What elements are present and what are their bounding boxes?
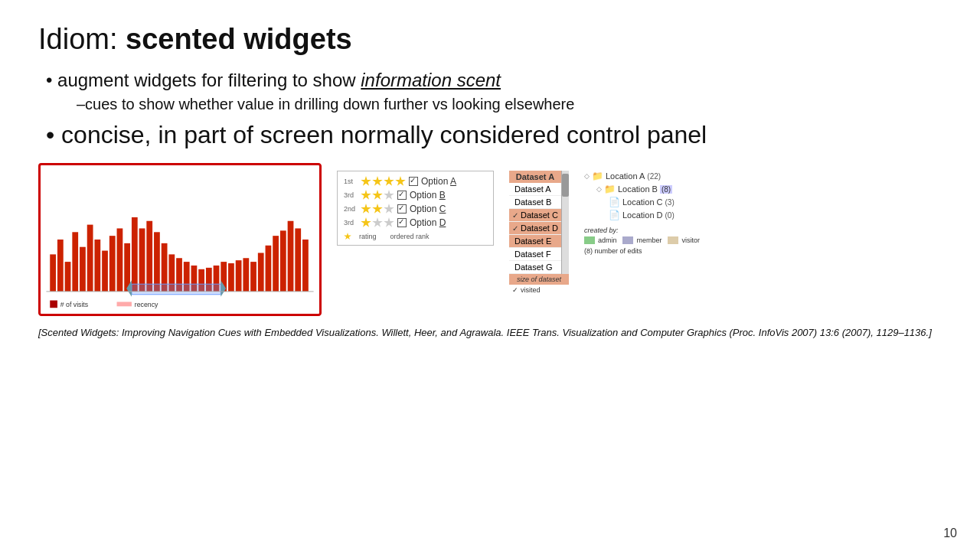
svg-text:recency: recency xyxy=(135,301,158,308)
svg-rect-30 xyxy=(266,246,272,292)
bullet1-italic: information scent xyxy=(361,70,501,90)
svg-rect-14 xyxy=(146,221,152,292)
svg-rect-2 xyxy=(57,240,64,292)
visitor-label: visitor xyxy=(681,236,700,244)
tree-item-location-d: 📄 Location D (0) xyxy=(609,210,753,220)
svg-rect-26 xyxy=(236,260,242,292)
location-d-count: (0) xyxy=(665,211,675,220)
tree-item-location-a: ◇ 📁 Location A (22) xyxy=(584,171,753,181)
star-icon xyxy=(361,204,371,214)
sub-bullet: –cues to show whether value in drilling … xyxy=(77,96,942,113)
svg-rect-4 xyxy=(72,232,78,292)
svg-rect-28 xyxy=(250,262,256,292)
histogram-svg: # of visits recency xyxy=(41,165,319,314)
svg-rect-10 xyxy=(117,228,123,291)
star-icon xyxy=(395,176,406,187)
dataset-item-b: Dataset B xyxy=(509,196,561,209)
star-icon xyxy=(372,190,383,201)
ordered-rank-label: ordered rank xyxy=(390,233,430,240)
star-icon xyxy=(372,176,383,187)
star-icon xyxy=(384,176,394,187)
tree-item-location-c: 📄 Location C (3) xyxy=(609,197,753,207)
svg-rect-36 xyxy=(132,284,220,295)
location-b-label: Location B xyxy=(618,184,658,194)
tree-dot-icon: ◇ xyxy=(584,172,590,180)
file-icon: 📄 xyxy=(609,197,620,207)
legend-row: admin member visitor xyxy=(584,236,753,244)
svg-rect-6 xyxy=(87,225,93,292)
dataset-footer: size of dataset xyxy=(509,274,569,285)
star-dim-icon xyxy=(384,217,394,228)
checkbox-options-widget: 1st Option A 3rd xyxy=(337,171,494,246)
svg-rect-27 xyxy=(243,258,249,292)
location-a-count: (22) xyxy=(647,172,661,181)
star-dim-icon xyxy=(384,204,394,214)
bullet-2: • concise, in part of screen normally co… xyxy=(46,121,942,149)
star-icon xyxy=(361,176,371,187)
dataset-item-f: Dataset F xyxy=(509,248,561,261)
member-color xyxy=(622,236,633,244)
svg-rect-3 xyxy=(65,262,71,292)
tree-item-location-b: ◇ 📁 Location B (8) xyxy=(596,184,753,194)
dataset-item-g: Dataset G xyxy=(509,261,561,274)
checkbox-list: 1st Option A 3rd xyxy=(337,171,494,246)
admin-color xyxy=(584,236,595,244)
rating-label: rating xyxy=(359,233,377,240)
dataset-item-c: ✓Dataset C xyxy=(509,209,561,222)
dataset-item-a: Dataset A xyxy=(509,183,561,196)
checkbox-a[interactable] xyxy=(409,177,418,186)
option-row-a: 1st Option A xyxy=(344,176,487,187)
star-icon xyxy=(372,204,383,214)
bullet1-text-before: augment widgets for filtering to show xyxy=(57,70,361,90)
svg-rect-31 xyxy=(273,236,279,292)
title-prefix: Idiom: xyxy=(38,23,126,55)
checkbox-b[interactable] xyxy=(397,191,407,200)
dataset-widget: Dataset A Dataset A Dataset B ✓Dataset C… xyxy=(509,171,569,295)
page-number: 10 xyxy=(943,527,957,540)
star-dim-icon xyxy=(384,190,394,201)
images-row: # of visits recency 1st Option xyxy=(38,163,942,316)
visitor-color xyxy=(668,236,678,244)
dataset-item-e: Dataset E xyxy=(509,235,561,248)
svg-rect-9 xyxy=(109,236,116,292)
option-row-d: 3rd Option D xyxy=(344,217,487,228)
location-c-label: Location C xyxy=(622,197,663,207)
svg-rect-13 xyxy=(139,228,145,291)
admin-label: admin xyxy=(598,236,617,244)
svg-rect-25 xyxy=(228,263,234,292)
checkmark-icon: ✓ xyxy=(512,286,518,294)
bullet-1: • augment widgets for filtering to show … xyxy=(46,70,942,91)
edits-label: (8) number of edits xyxy=(584,247,753,255)
dataset-list-row: Dataset A Dataset A Dataset B ✓Dataset C… xyxy=(509,171,569,274)
tree-widget: ◇ 📁 Location A (22) ◇ 📁 Location B (8) 📄… xyxy=(584,171,753,255)
svg-rect-12 xyxy=(132,217,138,292)
dataset-visited-row: ✓ visited xyxy=(509,285,569,295)
slide: Idiom: scented widgets • augment widgets… xyxy=(0,0,980,551)
option-row-c: 2nd Option C xyxy=(344,204,487,214)
star-icon xyxy=(361,190,371,201)
star-icon xyxy=(361,217,371,228)
svg-rect-29 xyxy=(258,253,264,291)
location-a-label: Location A xyxy=(606,171,645,181)
svg-rect-34 xyxy=(295,228,301,291)
legend-title: created by: xyxy=(584,227,753,234)
svg-rect-8 xyxy=(102,251,108,292)
star-dim-icon xyxy=(372,217,383,228)
location-d-label: Location D xyxy=(622,210,663,220)
file-icon: 📄 xyxy=(609,210,620,220)
svg-rect-15 xyxy=(154,232,160,292)
slide-title: Idiom: scented widgets xyxy=(38,23,942,56)
checkbox-d[interactable] xyxy=(397,218,407,227)
tree-legend: created by: admin member visitor (8) num… xyxy=(584,227,753,255)
checkbox-footer: rating ordered rank xyxy=(344,233,487,240)
dataset-header: Dataset A xyxy=(509,171,561,183)
option-row-b: 3rd Option B xyxy=(344,190,487,201)
dataset-list-inner: Dataset A Dataset A Dataset B ✓Dataset C… xyxy=(509,171,561,274)
checkbox-c[interactable] xyxy=(397,204,407,214)
dataset-item-d: ✓Dataset D xyxy=(509,222,561,235)
svg-rect-32 xyxy=(280,230,286,292)
star-small-icon xyxy=(344,233,351,240)
location-c-count: (3) xyxy=(665,198,675,207)
svg-rect-40 xyxy=(50,301,57,308)
svg-rect-35 xyxy=(302,240,309,292)
